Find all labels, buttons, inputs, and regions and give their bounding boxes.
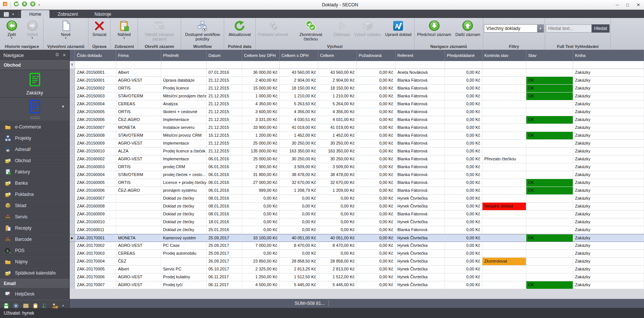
grid-cell[interactable]: 1 000,00 Kč <box>242 93 280 100</box>
grid-cell[interactable]: Zakázky <box>573 77 644 84</box>
column-header-2[interactable]: Firma <box>116 50 161 61</box>
grid-cell[interactable]: 38 478,00 Kč <box>280 171 318 179</box>
grid-cell[interactable] <box>116 211 161 218</box>
grid-cell[interactable]: Měsíční pronájem čteček <box>161 93 207 100</box>
grid-cell[interactable]: 21.12.2015 <box>207 108 242 116</box>
grid-cell[interactable]: Zakázky <box>573 69 644 76</box>
grid-cell[interactable]: 1 512,50 Kč <box>280 273 318 281</box>
gear-icon[interactable] <box>13 303 19 309</box>
grid-cell[interactable]: Blanka Fátorová <box>395 140 445 147</box>
column-header-4[interactable]: Datum <box>207 50 242 61</box>
grid-cell[interactable]: Zakázky <box>573 203 644 210</box>
grid-cell[interactable]: PC Case <box>161 242 207 249</box>
grid-cell[interactable]: Úprava databáze <box>161 77 207 84</box>
grid-cell[interactable]: 0,00 Kč <box>357 140 395 147</box>
grid-cell[interactable] <box>526 211 573 218</box>
filter-cell[interactable] <box>526 61 573 69</box>
grid-cell[interactable]: 25.09.2017 <box>207 234 242 242</box>
grid-cell[interactable]: 0,00 Kč <box>318 226 357 234</box>
grid-cell[interactable]: Blanka Fátorová <box>395 132 445 139</box>
grid-cell[interactable]: 0,00 Kč <box>445 250 482 257</box>
ribbon-button-delete[interactable]: Smazat <box>89 18 109 37</box>
grid-cell[interactable]: 0,00 Kč <box>357 132 395 139</box>
grid-cell[interactable] <box>526 250 573 257</box>
grid-cell[interactable]: 2 904,00 Kč <box>280 77 318 84</box>
grid-cell[interactable] <box>482 163 526 171</box>
grid-cell[interactable]: 33 900,00 Kč <box>242 124 280 131</box>
grid-cell[interactable]: 2 900,00 Kč <box>242 163 280 171</box>
sidebar-item-recepty[interactable]: Recepty <box>0 222 69 234</box>
grid-cell[interactable]: prodej CRM <box>161 163 207 171</box>
grid-cell[interactable]: ČEZ <box>116 258 161 265</box>
grid-cell[interactable] <box>482 226 526 234</box>
grid-cell[interactable]: 0,00 Kč <box>445 211 482 218</box>
grid-cell[interactable]: Implementace <box>161 116 207 124</box>
table-row[interactable]: ZAK-20150007MONETAInstalace serveru21.12… <box>70 124 644 132</box>
grid-cell[interactable] <box>526 266 573 273</box>
status-badge[interactable]: OK <box>526 179 573 187</box>
grid-cell[interactable]: ČEZ-AGRO <box>116 187 161 194</box>
status-badge[interactable]: OK <box>526 85 573 92</box>
grid-cell[interactable]: 31 800,00 Kč <box>242 171 280 179</box>
grid-cell[interactable]: Doklad ze čtečky <box>161 195 207 202</box>
grid-cell[interactable]: 0,00 Kč <box>318 250 357 257</box>
grid-cell[interactable]: 0,00 Kč <box>357 69 395 76</box>
grid-cell[interactable]: Doklad ze čtečky <box>161 226 207 234</box>
grid-cell[interactable]: Zakázky <box>573 85 644 92</box>
filter-cell[interactable] <box>395 61 445 69</box>
grid-cell[interactable]: 23 850,00 Kč <box>242 258 280 265</box>
filter-cell[interactable] <box>207 61 242 69</box>
grid-cell[interactable]: Servis PC <box>161 266 207 273</box>
grid-cell[interactable] <box>482 108 526 116</box>
grid-cell[interactable] <box>482 100 526 108</box>
grid-cell[interactable]: 40 051,00 Kč <box>318 234 357 242</box>
grid-cell[interactable]: 0,00 Kč <box>445 148 482 155</box>
dropdown-arrow-icon[interactable]: ▾ <box>31 37 33 40</box>
sidebar-item-n-jmy[interactable]: Nájmy <box>0 256 69 267</box>
sidebar-item-obchod[interactable]: Obchod <box>0 155 69 166</box>
sidebar-item-sklad[interactable]: Sklad <box>0 200 69 211</box>
grid-cell[interactable] <box>482 242 526 249</box>
grid-cell[interactable]: 26.09.2017 <box>207 258 242 265</box>
grid-cell[interactable]: 0,00 Kč <box>445 85 482 92</box>
grid-cell[interactable]: Blanka Fátorová <box>395 116 445 124</box>
grid-cell[interactable]: 06.01.2016 <box>207 155 242 163</box>
grid-cell[interactable] <box>526 203 573 210</box>
table-row[interactable]: ZAK-20150008STAVOTERMMěsíční provoz CRM1… <box>70 132 644 140</box>
grid-cell[interactable]: Zakázky <box>573 266 644 273</box>
grid-cell[interactable]: ČEZ-AGRO <box>116 116 161 124</box>
grid-cell[interactable]: ZAK-20170007 <box>75 281 116 289</box>
grid-cell[interactable] <box>482 69 526 76</box>
filter-cell[interactable] <box>242 61 280 69</box>
grid-cell[interactable]: 0,00 Kč <box>357 203 395 210</box>
grid-cell[interactable]: 0,00 Kč <box>357 179 395 187</box>
grid-cell[interactable]: 0,00 Kč <box>445 179 482 187</box>
sidebar-item-adres-[interactable]: Adresář <box>0 144 69 155</box>
grid-cell[interactable] <box>482 187 526 194</box>
sidebar-item-barcode[interactable]: Barcode <box>0 234 69 245</box>
column-header-7[interactable]: Celkem <box>318 50 357 61</box>
table-row[interactable]: ZAK-20170005AlbertServis PC05.10.20172 3… <box>70 266 644 273</box>
grid-cell[interactable]: 0,00 Kč <box>242 218 280 226</box>
save-icon[interactable] <box>3 303 9 309</box>
grid-cell[interactable]: Hynek Čtvrtečka <box>395 273 445 281</box>
grid-cell[interactable]: 1 250,00 Kč <box>242 273 280 281</box>
table-row[interactable]: ZAK-20160009Doklad ze čtečky08.01.20160,… <box>70 211 644 218</box>
table-row[interactable]: ZAK-20160008Doklad ze čtečky08.01.20160,… <box>70 203 644 211</box>
grid-cell[interactable]: Blanka Fátorová <box>395 155 445 163</box>
grid-cell[interactable] <box>526 258 573 265</box>
grid-cell[interactable]: ZAK-20150008 <box>75 132 116 139</box>
grid-cell[interactable]: pronájem systému <box>161 187 207 194</box>
filter-cell[interactable] <box>161 61 207 69</box>
grid-cell[interactable]: 2 400,00 Kč <box>242 77 280 84</box>
grid-cell[interactable]: Prodej tyčí <box>161 281 207 289</box>
search-input[interactable] <box>546 24 592 33</box>
grid-cell[interactable] <box>482 234 526 242</box>
grid-cell[interactable]: 0,00 Kč <box>445 132 482 139</box>
grid-cell[interactable]: ZAK-20170001 <box>75 234 116 242</box>
grid-cell[interactable]: 7 000,00 Kč <box>242 242 280 249</box>
grid-cell[interactable]: Zakázky <box>573 250 644 257</box>
grid-cell[interactable]: Hynek Čtvrtečka <box>395 266 445 273</box>
grid-cell[interactable]: 163 350,00 Kč <box>318 148 357 155</box>
grid-cell[interactable]: 0,00 Kč <box>357 266 395 273</box>
